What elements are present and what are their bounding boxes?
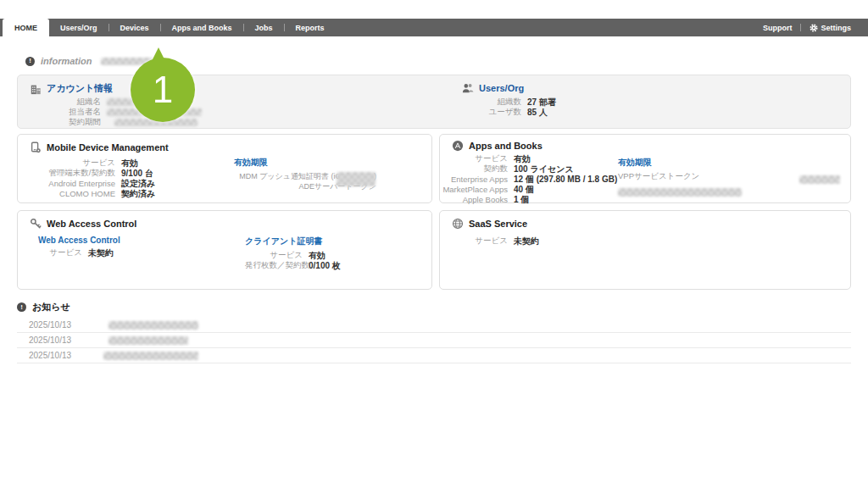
field-value: 85 人 [527, 107, 548, 119]
gear-icon [810, 24, 818, 32]
news-text-redacted [108, 321, 198, 330]
field-value: 1 個 [514, 194, 529, 206]
field-value: 0/100 枚 [309, 260, 341, 272]
field-value: 契約済み [121, 188, 155, 200]
vpp-expiry-date-redacted [799, 175, 840, 184]
mdm-title: Mobile Device Management [47, 142, 169, 152]
apps-and-books-rows: サービス 有効 契約数 100 ライセンス Enterprise Apps 12… [440, 154, 617, 205]
tab-reports[interactable]: Reports [285, 19, 336, 36]
mdm-header: Mobile Device Management [30, 141, 169, 153]
stat-row: 契約数 100 ライセンス [440, 164, 617, 174]
marker-circle: 1 [131, 58, 195, 122]
tab-apps-and-books[interactable]: Apps and Books [161, 19, 243, 36]
client-certificate-link[interactable]: クライアント証明書 [245, 236, 341, 247]
apps-books-expiry-link[interactable]: 有効期限 [618, 157, 742, 169]
field-label: 契約期間 [30, 117, 101, 128]
mdm-rows: サービス 有効 管理端末数/契約数 9/100 台 Android Enterp… [18, 158, 155, 199]
marker-number: 1 [153, 69, 173, 111]
info-icon [25, 57, 35, 66]
apps-and-books-card: Apps and Books サービス 有効 契約数 100 ライセンス Ent… [439, 134, 851, 203]
stat-row: サービス 有効 [440, 154, 617, 164]
field-label: Enterprise Apps [440, 175, 508, 184]
saas-service-card: SaaS Service サービス 未契約 [439, 210, 851, 290]
stat-row: ユーザ数 85 人 [474, 108, 556, 117]
stat-row: 管理端末数/契約数 9/100 台 [18, 169, 155, 178]
mdm-expiry-link[interactable]: 有効期限 [234, 157, 376, 169]
field-label: サービス [38, 247, 82, 258]
tab-home[interactable]: HOME [3, 19, 49, 36]
app-store-icon [452, 140, 464, 152]
field-label: Apple Books [440, 195, 508, 204]
tab-jobs[interactable]: Jobs [244, 19, 284, 36]
field-value: 未契約 [88, 247, 114, 259]
key-icon [30, 218, 42, 230]
vpp-token-label: VPPサービストークン [618, 171, 742, 182]
news-header: お知らせ [17, 301, 851, 313]
stat-row: サービス 未契約 [38, 248, 120, 258]
stat-row: 組織数 27 部署 [474, 97, 556, 107]
stat-row: サービス 未契約 [440, 236, 539, 246]
news-date: 2025/10/13 [29, 351, 81, 360]
field-label: サービス [440, 236, 508, 247]
account-info-title: アカウント情報 [47, 82, 113, 95]
client-cert-group: クライアント証明書 サービス 有効 発行枚数／契約数 0/100 枚 [245, 236, 341, 271]
users-org-rows: 組織数 27 部署 ユーザ数 85 人 [474, 97, 556, 118]
step-marker-1: 1 [131, 46, 195, 122]
wac-left-group: Web Access Control サービス 未契約 [38, 236, 120, 258]
mdm-card: Mobile Device Management サービス 有効 管理端末数/契… [17, 134, 432, 203]
news-date: 2025/10/13 [29, 336, 81, 345]
vpp-token-redacted [618, 188, 742, 197]
news-list: 2025/10/13 2025/10/13 2025/10/13 [17, 318, 851, 363]
news-section: お知らせ 2025/10/13 2025/10/13 2025/10/13 [17, 301, 851, 363]
tab-users-org[interactable]: Users/Org [49, 19, 108, 36]
saas-title: SaaS Service [469, 219, 527, 229]
settings-label: Settings [821, 24, 851, 32]
wac-header: Web Access Control [30, 218, 136, 230]
saas-header: SaaS Service [452, 218, 527, 230]
field-value: 未契約 [514, 236, 539, 247]
field-label: MarketPlace Apps [440, 185, 508, 194]
announcement-icon [17, 302, 26, 312]
field-label: Android Enterprise [18, 179, 115, 188]
globe-icon [452, 218, 464, 230]
stat-row: 発行枚数／契約数 0/100 枚 [245, 261, 341, 270]
users-org-title: Users/Org [479, 83, 524, 93]
building-icon [30, 83, 42, 95]
stat-row: MarketPlace Apps 40 個 [440, 185, 617, 194]
field-label: ユーザ数 [474, 107, 521, 118]
settings-link[interactable]: Settings [801, 24, 860, 32]
top-navigation-bar: HOME Users/Org Devices Apps and Books Jo… [0, 19, 868, 36]
apps-and-books-header: Apps and Books [452, 140, 542, 152]
users-org-header: Users/Org [462, 82, 524, 94]
support-link[interactable]: Support [754, 24, 801, 32]
news-item[interactable]: 2025/10/13 [17, 318, 851, 333]
stat-row: サービス 有効 [245, 251, 341, 260]
field-label: 契約数 [440, 164, 508, 175]
news-text-redacted [108, 336, 188, 345]
stat-row: Enterprise Apps 12 個 (297.80 MB / 1.8 GB… [440, 175, 617, 184]
news-item[interactable]: 2025/10/13 [17, 348, 851, 363]
news-item[interactable]: 2025/10/13 [17, 333, 851, 348]
tab-devices[interactable]: Devices [109, 19, 160, 36]
field-label: 管理端末数/契約数 [18, 168, 115, 179]
stat-row: サービス 有効 [18, 158, 155, 168]
stat-row: Apple Books 1 個 [440, 195, 617, 204]
apps-books-expiry-group: 有効期限 VPPサービストークン [618, 157, 742, 200]
wac-link[interactable]: Web Access Control [38, 236, 120, 245]
field-label: 発行枚数／契約数 [245, 260, 303, 271]
field-label: CLOMO HOME [18, 189, 115, 198]
stat-row: CLOMO HOME 契約済み [18, 189, 155, 198]
mdm-expiry-redacted [337, 172, 376, 186]
apps-and-books-title: Apps and Books [469, 141, 542, 151]
users-icon [462, 82, 474, 94]
mobile-device-icon [30, 141, 42, 153]
wac-title: Web Access Control [47, 219, 136, 229]
stat-row: Android Enterprise 設定済み [18, 179, 155, 188]
web-access-control-card: Web Access Control Web Access Control サー… [17, 210, 432, 290]
news-text-redacted [103, 352, 198, 360]
nav-right-group: Support Settings [754, 19, 868, 36]
account-info-header: アカウント情報 [30, 82, 113, 95]
information-label: information [41, 56, 92, 66]
news-title: お知らせ [32, 301, 70, 313]
news-date: 2025/10/13 [29, 320, 81, 330]
